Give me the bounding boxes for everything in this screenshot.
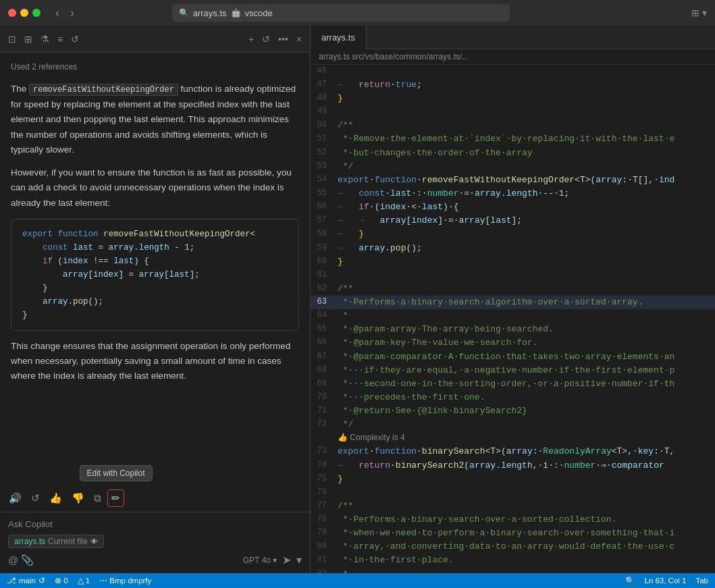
address-bar[interactable]: 🔍 arrays.ts 🤖 vscode (172, 4, 510, 22)
line-num-72: 72 (311, 418, 338, 431)
line-num-70: 70 (311, 391, 338, 404)
line-content-71: *·@return·See·{@link·binarySearch2} (338, 404, 527, 418)
line-num-81: 81 (311, 554, 338, 566)
line-num-68: 68 (311, 364, 338, 377)
code-line-49: 49 (311, 105, 715, 119)
traffic-lights (8, 9, 41, 17)
line-content-63: *·Performs·a·binary·search·algorithm·ove… (338, 296, 643, 309)
response-paragraph-3: This change ensures that the assignment … (11, 339, 299, 384)
line-num-76: 76 (311, 486, 338, 499)
send-button[interactable]: ➤ (282, 554, 291, 566)
line-content-59: → array.pop(); (338, 242, 422, 255)
line-content-69: *···second·one·in·the·sorting·order,·or·… (338, 377, 674, 391)
editor-content[interactable]: 46 47 → return·true; 48 } 49 50 /** (311, 65, 715, 573)
copy-button[interactable]: ⧉ (90, 489, 105, 508)
minimize-traffic-light[interactable] (20, 9, 28, 17)
code-line-55: 55 → const·last·:·number·=·array.length·… (311, 187, 715, 201)
input-icons: @ 📎 (8, 554, 34, 566)
extensions-button[interactable]: ⊞ ▾ (691, 7, 707, 18)
code-line-69: 69 *···second·one·in·the·sorting·order,·… (311, 377, 715, 391)
code-line-78: 78 *·Performs·a·binary·search·over·a·sor… (311, 513, 715, 527)
response-paragraph-1: The removeFastWithoutKeepingOrder functi… (11, 82, 299, 157)
line-num-79: 79 (311, 527, 338, 539)
line-content-58: → } (338, 228, 364, 241)
edit-copilot-button[interactable]: ✏ (107, 489, 124, 507)
copilot-panel: ⊡ ⊞ ⚗ ≡ ↺ + ↺ ••• × Used 2 references Th… (0, 26, 311, 573)
line-num-52: 52 (311, 146, 338, 159)
status-errors[interactable]: ⊗ 0 (55, 576, 68, 585)
send-dropdown[interactable]: ▾ (296, 554, 302, 566)
status-bmp[interactable]: ⋯ Bmp dmprfy (99, 576, 151, 585)
code-line-62: 62 /** (311, 282, 715, 296)
flask-icon-button[interactable]: ⚗ (38, 31, 52, 47)
line-num-65: 65 (311, 323, 338, 336)
editor-tab-arrays[interactable]: arrays.ts (311, 26, 367, 49)
line-num-54: 54 (311, 173, 338, 186)
retry-button[interactable]: ↺ (28, 489, 43, 508)
line-content-75: } (338, 473, 343, 486)
status-tab[interactable]: Tab (695, 576, 708, 585)
code-line-64: 64 * (311, 309, 715, 323)
line-num-74: 74 (311, 459, 338, 472)
line-content-67: *·@param·comparator·A·function·that·take… (338, 350, 674, 364)
line-content-57: → → array[index]·=·array[last]; (338, 214, 522, 228)
more-button[interactable]: ••• (275, 31, 291, 47)
status-position[interactable]: Ln 63, Col 1 (644, 576, 686, 585)
line-num-78: 78 (311, 513, 338, 526)
speaker-button[interactable]: 🔊 (5, 489, 25, 508)
editor-breadcrumb: arrays.ts src/vs/base/common/arrays.ts/.… (311, 49, 715, 65)
thumbup-button[interactable]: 👍 (46, 489, 65, 508)
history-button[interactable]: ↺ (259, 31, 273, 47)
code-line-82: 82 * (311, 568, 715, 574)
line-content-72: */ (338, 418, 353, 431)
code-line-63: 63 *·Performs·a·binary·search·algorithm·… (311, 296, 715, 309)
used-references: Used 2 references (11, 61, 299, 74)
code-line-72: 72 */ (311, 418, 715, 431)
line-content-81: *·in·the·first·place. (338, 554, 454, 567)
code-line-56: 56 → if·(index·<·last)·{ (311, 201, 715, 214)
model-selector[interactable]: GPT 4o ▾ (243, 556, 277, 565)
model-name: GPT 4o (243, 556, 271, 565)
add-button[interactable]: + (246, 31, 257, 47)
new-chat-button[interactable]: ⊞ (22, 31, 35, 47)
status-search[interactable]: 🔍 (625, 576, 635, 585)
code-line-81: 81 *·in·the·first·place. (311, 554, 715, 567)
line-num-64: 64 (311, 309, 338, 322)
back-button[interactable]: ‹ (51, 5, 63, 22)
chat-area[interactable]: Used 2 references The removeFastWithoutK… (0, 53, 310, 485)
line-num-71: 71 (311, 404, 338, 417)
at-button[interactable]: @ (8, 554, 18, 566)
editor-tabs: arrays.ts (311, 26, 715, 49)
refresh-button[interactable]: ↺ (68, 31, 82, 47)
search-icon: 🔍 (179, 8, 189, 18)
code-line-53: 53 */ (311, 160, 715, 173)
status-bar: ⎇ main ↺ ⊗ 0 △ 1 ⋯ Bmp dmprfy 🔍 Ln 63, C… (0, 573, 715, 588)
editor-panel: arrays.ts arrays.ts src/vs/base/common/a… (311, 26, 715, 573)
code-line-67: 67 *·@param·comparator·A·function·that·t… (311, 350, 715, 364)
code-block: export function removeFastWithoutKeeping… (11, 219, 299, 331)
status-warnings[interactable]: △ 1 (78, 576, 90, 585)
thumbdown-button[interactable]: 👎 (68, 489, 88, 508)
line-content-65: *·@param·array·The·array·being·searched. (338, 323, 554, 336)
status-branch[interactable]: ⎇ main ↺ (7, 576, 45, 585)
line-content-74: → return·binarySearch2(array.length,·i·:… (338, 459, 664, 473)
sync-icon: ↺ (38, 576, 45, 585)
code-line-77: 77 /** (311, 500, 715, 513)
complexity-badge: 👍 Complexity is 4 (338, 431, 405, 444)
complexity-badge-line: 👍 Complexity is 4 (311, 431, 715, 445)
line-num-82: 82 (311, 568, 338, 574)
line-num-55: 55 (311, 187, 338, 200)
list-button[interactable]: ≡ (55, 31, 65, 47)
panel-toggle-button[interactable]: ⊡ (5, 31, 19, 47)
forward-button[interactable]: › (66, 5, 78, 22)
maximize-traffic-light[interactable] (32, 9, 41, 17)
close-traffic-light[interactable] (8, 9, 16, 17)
close-copilot-button[interactable]: × (294, 31, 304, 47)
attach-button[interactable]: 📎 (21, 554, 34, 566)
code-line-52: 52 *·but·changes·the·order·of·the·array (311, 146, 715, 160)
code-line-59: 59 → array.pop(); (311, 242, 715, 255)
code-line-47: 47 → return·true; (311, 78, 715, 92)
action-bar: 🔊 ↺ 👍 👎 ⧉ ✏ Edit with Copilot (0, 485, 310, 512)
current-file-tag[interactable]: arrays.ts Current file 👁 (8, 535, 104, 548)
file-tag-name: arrays.ts (14, 537, 45, 546)
